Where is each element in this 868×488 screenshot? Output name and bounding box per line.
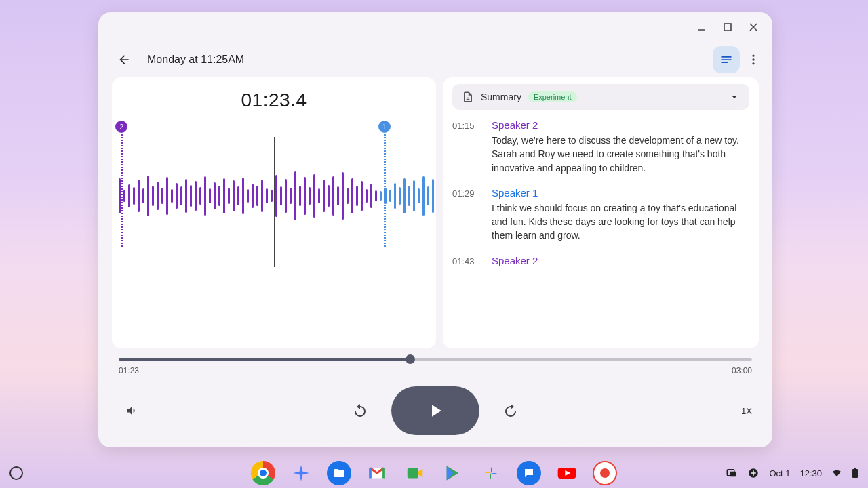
rewind-10-button[interactable] [347,397,374,424]
wave-bar [233,180,235,211]
wave-bar [228,188,230,204]
play-button[interactable] [391,386,479,435]
playhead-indicator [274,137,275,267]
window-titlebar [98,12,772,42]
shelf-app-chrome[interactable] [251,461,275,485]
shelf-time: 12:30 [800,468,822,479]
wave-bar [147,176,149,216]
wave-bar [389,190,391,202]
shelf-app-youtube[interactable] [555,461,579,485]
svg-rect-10 [854,468,856,469]
wave-bar [427,186,429,205]
wave-bar [418,188,420,203]
wave-bar [266,188,268,203]
wave-bar [280,186,282,205]
shelf-app-recorder[interactable] [593,461,617,485]
wave-bar [285,179,287,213]
summary-toggle[interactable]: Summary Experiment [452,84,749,110]
forward-10-button[interactable] [497,397,524,424]
svg-rect-7 [730,472,736,477]
add-icon[interactable] [747,467,760,479]
wave-bar [275,175,277,217]
shelf-app-messages[interactable] [517,461,541,485]
transcript-text: Today, we're here to discuss the develop… [492,134,749,175]
more-options-button[interactable] [740,46,767,73]
svg-point-1 [752,55,754,57]
wave-bar [399,187,401,205]
playback-controls: 1X [98,378,772,447]
playback-speed-button[interactable]: 1X [741,406,752,416]
launcher-button[interactable] [9,466,23,480]
wave-bar [375,190,377,201]
wave-bar [366,189,368,203]
battery-icon [852,468,859,479]
wave-bar [299,186,301,206]
wave-bar [323,180,325,212]
seek-track[interactable] [119,358,752,361]
recording-title: Monday at 11:25AM [147,54,244,66]
wave-bar [290,188,292,204]
wave-bar [432,179,434,213]
transcript-text: I think we should focus on creating a to… [492,201,749,243]
overview-icon[interactable] [726,467,738,479]
transcript-time: 01:29 [452,187,479,243]
wave-bar [247,189,249,203]
wave-bar [209,188,211,203]
wave-bar [342,172,344,220]
shelf-pinned-apps [251,461,617,485]
transcript-row[interactable]: 01:43Speaker 2 [452,255,749,269]
maximize-button[interactable] [718,18,737,37]
wave-bar [413,180,415,211]
content-body: 01:23.4 2 1 Summary Experiment [98,77,772,348]
wave-bar [408,186,410,206]
transcript-speaker: Speaker 2 [492,119,749,131]
progress-bar-area: 01:23 03:00 [98,348,772,378]
minimize-button[interactable] [692,18,711,37]
seek-fill [119,358,410,361]
wave-bar [252,184,254,208]
shelf-app-meet[interactable] [403,461,427,485]
svg-point-2 [752,58,754,60]
wave-bar [261,180,263,212]
waveform-pane: 01:23.4 2 1 [112,77,436,348]
close-button[interactable] [744,18,763,37]
transcript-speaker: Speaker 2 [492,255,749,266]
svg-point-3 [752,62,754,64]
speaker-1-marker[interactable]: 1 [378,121,391,133]
shelf-date: Oct 1 [769,468,790,479]
shelf-app-gmail[interactable] [365,461,389,485]
wifi-icon [831,468,842,479]
shelf-status-area[interactable]: Oct 1 12:30 [726,467,859,479]
svg-rect-0 [724,24,731,30]
wave-bar [199,187,201,205]
transcript-toggle-button[interactable] [713,46,740,73]
wave-bar [176,183,178,209]
svg-rect-9 [852,469,858,478]
transcript-row[interactable]: 01:29Speaker 1I think we should focus on… [452,187,749,243]
wave-bar [309,187,311,205]
transcript-row[interactable]: 01:15Speaker 2Today, we're here to discu… [452,119,749,175]
shelf-app-gemini[interactable] [289,461,313,485]
wave-bar [133,187,135,205]
wave-bar [185,179,187,213]
experiment-badge: Experiment [528,92,577,102]
waveform-area[interactable]: 2 1 [112,125,436,267]
wave-bar [394,183,396,209]
back-button[interactable] [112,47,136,72]
volume-button[interactable] [119,397,146,424]
seek-thumb[interactable] [406,354,415,364]
wave-bar [123,190,125,202]
wave-bar [128,184,130,207]
wave-bar [403,178,406,214]
shelf-app-files[interactable] [327,461,351,485]
speaker-2-marker[interactable]: 2 [115,121,127,133]
chevron-down-icon [729,92,740,102]
waveform-bars [119,152,436,240]
wave-bar [218,186,220,206]
shelf-app-play[interactable] [441,461,465,485]
shelf-app-photos[interactable] [479,461,503,485]
time-labels: 01:23 03:00 [119,366,752,375]
transcript-time: 01:15 [452,119,479,175]
wave-bar [157,182,159,210]
wave-bar [180,186,182,205]
